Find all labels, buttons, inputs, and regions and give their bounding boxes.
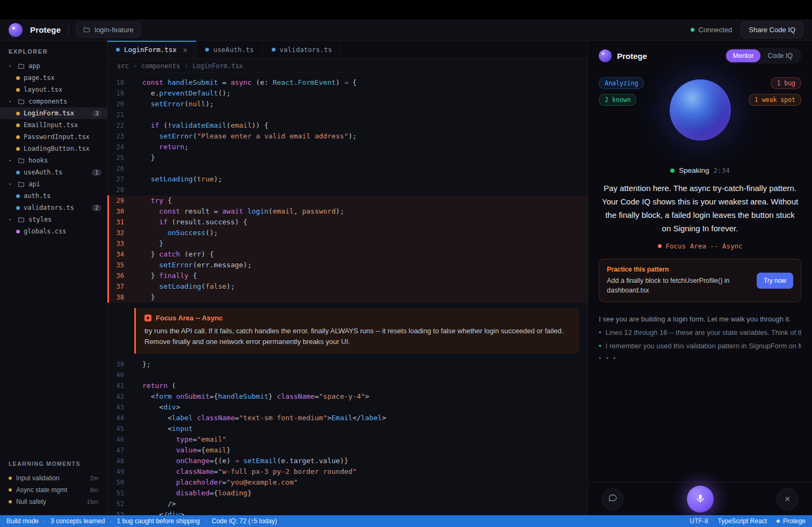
learning-moment-item[interactable]: Async state mgmt8m <box>9 484 98 496</box>
tree-folder-api[interactable]: ▾api <box>0 178 107 190</box>
tab-validators-ts[interactable]: validators.ts <box>263 41 342 58</box>
line-number: 36 <box>109 270 133 281</box>
statusbar-item: Code IQ: 72 (↑5 today) <box>212 517 277 525</box>
code-text: setLoading(false); <box>133 281 235 292</box>
code-line[interactable]: 40 <box>107 370 588 380</box>
code-line[interactable]: 18const handleSubmit = async (e: React.F… <box>107 77 588 88</box>
tree-file-loadingbutton-tsx[interactable]: LoadingButton.tsx <box>0 143 107 155</box>
code-line[interactable]: 32 onSuccess(); <box>107 228 588 238</box>
code-line[interactable]: 46 type="email" <box>107 434 588 445</box>
learning-moment-item[interactable]: Input validation2m <box>9 472 98 484</box>
tree-file-page-tsx[interactable]: page.tsx <box>0 72 107 84</box>
code-line[interactable]: 34 } catch (err) { <box>107 249 588 260</box>
code-line[interactable]: 24 return; <box>107 142 588 152</box>
close-icon[interactable]: × <box>183 46 187 54</box>
tab-loginform-tsx[interactable]: LoginForm.tsx× <box>107 41 197 58</box>
line-number: 42 <box>109 391 133 402</box>
breadcrumb-item[interactable]: src <box>117 62 129 70</box>
code-line[interactable]: 23 setError("Please enter a valid email … <box>107 131 588 142</box>
tree-file-loginform-tsx[interactable]: LoginForm.tsx3 <box>0 107 107 119</box>
code-text: if (result.success) { <box>133 217 248 228</box>
line-number: 49 <box>109 466 133 477</box>
code-line[interactable]: 52 /> <box>107 499 588 509</box>
status-bar: Build mode·3 concepts learned·1 bug caug… <box>0 515 812 527</box>
microphone-button[interactable] <box>687 486 714 513</box>
code-line[interactable]: 51 disabled={loading} <box>107 488 588 499</box>
code-line[interactable]: 42 <form onSubmit={handleSubmit} classNa… <box>107 391 588 402</box>
tree-file-layout-tsx[interactable]: layout.tsx <box>0 84 107 96</box>
close-session-button[interactable]: ✕ <box>777 488 798 510</box>
try-now-button[interactable]: Try now <box>757 273 793 289</box>
code-text <box>133 163 142 174</box>
code-line[interactable]: 50 placeholder="you@example.com" <box>107 477 588 488</box>
code-line[interactable]: 45 <input <box>107 423 588 434</box>
window-titlebar <box>0 0 812 19</box>
code-line[interactable]: 36 } finally { <box>107 270 588 281</box>
breadcrumb: src›components›LoginForm.tsx <box>107 59 588 73</box>
tree-file-emailinput-tsx[interactable]: EmailInput.tsx <box>0 119 107 131</box>
code-line[interactable]: 25 } <box>107 152 588 163</box>
tree-file-validators-ts[interactable]: validators.ts2 <box>0 202 107 214</box>
tree-folder-hooks[interactable]: ▾hooks <box>0 155 107 166</box>
tab-useauth-ts[interactable]: useAuth.ts <box>197 41 263 58</box>
code-line[interactable]: 43 <div> <box>107 402 588 413</box>
code-line[interactable]: 27 setLoading(true); <box>107 174 588 185</box>
code-line[interactable]: 41return ( <box>107 380 588 391</box>
code-line[interactable]: 21 <box>107 109 588 120</box>
explorer-title: EXPLORER <box>0 48 107 60</box>
statusbar-item[interactable]: TypeScript React <box>718 517 767 525</box>
statusbar-brand-label: Protege <box>783 517 806 525</box>
code-line[interactable]: 19 e.preventDefault(); <box>107 88 588 99</box>
share-code-iq-button[interactable]: Share Code IQ <box>741 21 803 38</box>
line-number: 32 <box>109 228 133 238</box>
tree-file-passwordinput-tsx[interactable]: PasswordInput.tsx <box>0 131 107 143</box>
transcript: I see you are building a login form. Let… <box>599 313 801 362</box>
tree-file-globals-css[interactable]: globals.css <box>0 225 107 237</box>
breadcrumb-item[interactable]: components <box>141 62 180 70</box>
tree-item-label: api <box>28 180 40 188</box>
code-editor[interactable]: 18const handleSubmit = async (e: React.F… <box>107 73 588 515</box>
code-line[interactable]: 29 try { <box>107 195 588 206</box>
code-line[interactable]: 37 setLoading(false); <box>107 281 588 292</box>
code-line[interactable]: 20 setError(null); <box>107 99 588 109</box>
code-text: </div> <box>133 509 184 515</box>
tree-folder-components[interactable]: ▾components <box>0 96 107 107</box>
line-number: 39 <box>109 359 133 370</box>
code-text: return; <box>133 142 189 152</box>
connection-label: Connected <box>698 26 732 34</box>
tree-folder-styles[interactable]: ▾styles <box>0 214 107 225</box>
code-line[interactable]: 44 <label className="text-sm font-medium… <box>107 413 588 423</box>
breadcrumb-item[interactable]: LoginForm.tsx <box>192 62 243 70</box>
tree-file-auth-ts[interactable]: auth.ts <box>0 190 107 202</box>
code-line[interactable]: 38 } <box>107 292 588 303</box>
branch-selector[interactable]: login-feature <box>76 22 140 38</box>
line-number: 31 <box>109 217 133 228</box>
code-line[interactable]: 48 onChange={(e) ⇒ setEmail(e.target.val… <box>107 456 588 466</box>
code-line[interactable]: 28 <box>107 185 588 195</box>
practice-card: Practice this pattern Add a finally bloc… <box>599 259 801 302</box>
code-text: setError("Please enter a valid email add… <box>133 131 357 142</box>
code-line[interactable]: 49 className="w-full px-3 py-2 border ro… <box>107 466 588 477</box>
statusbar-separator: · <box>205 517 207 525</box>
code-line[interactable]: 47 value={email} <box>107 445 588 456</box>
tree-folder-app[interactable]: ▾app <box>0 60 107 72</box>
chat-button[interactable] <box>602 488 624 510</box>
code-line[interactable]: 31 if (result.success) { <box>107 217 588 228</box>
code-line[interactable]: 33 } <box>107 238 588 249</box>
editor: LoginForm.tsx×useAuth.tsvalidators.ts sr… <box>107 41 588 515</box>
code-text: className="w-full px-3 py-2 border round… <box>133 466 357 477</box>
tree-file-useauth-ts[interactable]: useAuth.ts1 <box>0 166 107 178</box>
code-line[interactable]: 35 setError(err.message); <box>107 260 588 270</box>
code-line[interactable]: 53 </div> <box>107 509 588 515</box>
learning-moment-item[interactable]: Null safety15m <box>9 496 98 508</box>
tab-code-iq[interactable]: Code IQ <box>760 49 800 62</box>
tab-mentor[interactable]: Mentor <box>726 49 761 62</box>
code-line[interactable]: 39}; <box>107 359 588 370</box>
chevron-down-icon: ▾ <box>9 158 14 163</box>
code-text: e.preventDefault(); <box>133 88 230 99</box>
statusbar-brand: Protege <box>777 517 806 525</box>
statusbar-item[interactable]: UTF-8 <box>690 517 708 525</box>
code-line[interactable]: 22 if (!validateEmail(email)) { <box>107 120 588 131</box>
code-line[interactable]: 26 <box>107 163 588 174</box>
code-line[interactable]: 30 const result = await login(email, pas… <box>107 206 588 217</box>
